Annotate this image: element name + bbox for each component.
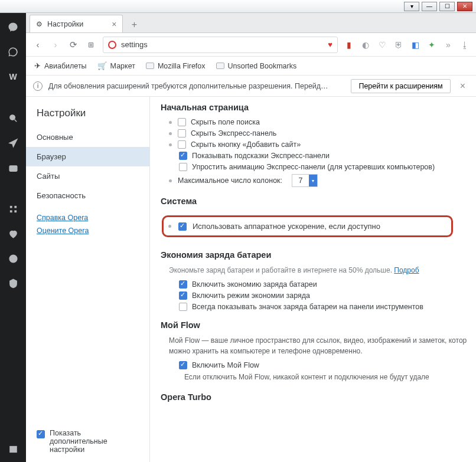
- bookmark-unsorted[interactable]: Unsorted Bookmarks: [216, 62, 297, 70]
- flow-desc: Мой Flow — ваше личное пространство для …: [169, 336, 476, 356]
- gear-icon: ⚙: [36, 20, 43, 28]
- nav-basic[interactable]: Основные: [26, 127, 149, 147]
- section-system-title: Система: [161, 196, 476, 206]
- whatsapp-icon[interactable]: [7, 46, 19, 58]
- notification-bar: i Для обновления расширений требуются до…: [26, 76, 476, 97]
- svg-rect-9: [9, 446, 16, 452]
- opt-hide-addsite[interactable]: Скрыть кнопку «Добавить сайт»: [169, 140, 476, 149]
- app-sidebar: W: [0, 13, 26, 462]
- svg-point-0: [9, 114, 14, 120]
- maximize-button[interactable]: ☐: [439, 2, 455, 11]
- notification-close-icon[interactable]: ×: [457, 81, 469, 91]
- plane-icon: ✈: [34, 61, 41, 70]
- extensions-icon[interactable]: [7, 277, 19, 289]
- camera-icon[interactable]: [7, 162, 19, 173]
- opt-show-hints[interactable]: Показывать подсказки Экспресс-панели: [169, 152, 476, 160]
- notification-action-button[interactable]: Перейти к расширениям: [351, 79, 450, 93]
- tab-settings[interactable]: ⚙ Настройки ×: [30, 15, 123, 32]
- extension-icon-5[interactable]: ◧: [410, 40, 420, 50]
- speeddial-icon[interactable]: [7, 203, 19, 215]
- section-startpage-title: Начальная страница: [161, 103, 476, 112]
- battery-desc: Экономьте заряд батареи и работайте в ин…: [169, 266, 476, 276]
- address-input[interactable]: settings ♥: [103, 37, 338, 53]
- folder-icon: [146, 63, 154, 69]
- bookmark-aviabilets[interactable]: ✈Авиабилеты: [34, 61, 87, 70]
- hwaccel-label: Использовать аппаратное ускорение, если …: [193, 222, 380, 231]
- bookmark-mozilla[interactable]: Mozilla Firefox: [146, 62, 206, 70]
- bookmark-heart-icon[interactable]: ♥: [328, 40, 332, 49]
- hwaccel-checkbox[interactable]: [178, 222, 187, 231]
- svg-rect-4: [9, 205, 12, 208]
- svg-rect-6: [9, 210, 12, 212]
- opt-hide-search[interactable]: Скрыть поле поиска: [169, 118, 476, 126]
- show-advanced-checkbox[interactable]: [37, 430, 45, 438]
- tab-strip: ⚙ Настройки × +: [26, 13, 476, 33]
- address-text: settings: [121, 40, 148, 49]
- battery-more-link[interactable]: Подроб: [394, 266, 419, 274]
- minimize-button[interactable]: —: [422, 2, 437, 11]
- cart-icon: 🛒: [97, 61, 107, 70]
- heart-icon[interactable]: [7, 228, 19, 240]
- bookmarks-bar: ✈Авиабилеты 🛒Маркет Mozilla Firefox Unso…: [26, 57, 476, 76]
- window-titlebar: ▾ — ☐ ✕: [0, 0, 476, 13]
- max-columns-select[interactable]: 7▾: [292, 174, 318, 187]
- downloads-icon[interactable]: ⭳: [459, 40, 470, 50]
- section-battery-title: Экономия заряда батареи: [161, 250, 476, 260]
- clock-icon[interactable]: [7, 253, 19, 264]
- opt-flow-enable[interactable]: Включить Мой Flow: [169, 361, 476, 369]
- settings-sidebar: Настройки Основные Браузер Сайты Безопас…: [26, 97, 150, 462]
- svg-line-1: [14, 119, 17, 122]
- opt-battery-mode[interactable]: Включить режим экономии заряда: [169, 291, 476, 300]
- nav-browser[interactable]: Браузер: [26, 147, 149, 166]
- extension-icon-3[interactable]: ♡: [377, 40, 387, 50]
- extension-overflow[interactable]: »: [443, 40, 454, 50]
- sidebar-toggle-icon[interactable]: [7, 443, 19, 455]
- tab-title: Настройки: [47, 20, 83, 28]
- speeddial-button[interactable]: ⊞: [85, 41, 97, 49]
- section-flow-title: Мой Flow: [161, 320, 476, 330]
- show-advanced-label: Показать дополнительные настройки: [50, 429, 138, 454]
- rate-link[interactable]: Оцените Opera: [37, 227, 139, 235]
- new-tab-button[interactable]: +: [126, 17, 142, 32]
- send-icon[interactable]: [7, 137, 19, 149]
- opt-simplify-anim[interactable]: Упростить анимацию Экспресс-панели (для …: [169, 163, 476, 171]
- forward-button[interactable]: ›: [50, 40, 61, 50]
- nav-security[interactable]: Безопасность: [26, 186, 149, 205]
- help-link[interactable]: Справка Opera: [37, 214, 139, 222]
- extension-icon-1[interactable]: ▮: [344, 40, 354, 50]
- extension-icon-2[interactable]: ◐: [360, 40, 371, 50]
- extension-icon-4[interactable]: ⛨: [393, 40, 404, 50]
- show-advanced-checkbox-row[interactable]: Показать дополнительные настройки: [37, 429, 138, 454]
- hwaccel-highlight: Использовать аппаратное ускорение, если …: [162, 215, 453, 237]
- opera-badge-icon: [108, 41, 116, 49]
- svg-point-3: [12, 167, 14, 169]
- extension-icon-6[interactable]: ✦: [426, 40, 437, 50]
- svg-rect-5: [14, 205, 17, 208]
- svg-rect-7: [14, 210, 17, 212]
- folder-icon: [216, 63, 224, 69]
- bookmark-market[interactable]: 🛒Маркет: [97, 61, 135, 70]
- close-button[interactable]: ✕: [457, 2, 472, 11]
- opt-battery-icon[interactable]: Всегда показывать значок заряда батареи …: [169, 303, 476, 311]
- reload-button[interactable]: ⟳: [67, 40, 79, 50]
- opt-max-columns: Максимальное число колонок: 7▾: [169, 174, 476, 187]
- flow-note: Если отключить Мой Flow, никакой контент…: [184, 372, 476, 382]
- section-turbo-title: Opera Turbo: [161, 392, 476, 402]
- opt-hide-speeddial[interactable]: Скрыть Экспресс-панель: [169, 129, 476, 137]
- settings-content: ➸ Начальная страница Скрыть поле поиска …: [150, 97, 476, 462]
- notification-text: Для обновления расширений требуются допо…: [48, 82, 345, 90]
- chevron-down-icon: ▾: [309, 175, 317, 186]
- settings-title: Настройки: [26, 107, 149, 127]
- back-button[interactable]: ‹: [32, 40, 44, 50]
- nav-sites[interactable]: Сайты: [26, 166, 149, 186]
- vk-icon[interactable]: W: [7, 71, 19, 83]
- address-bar-row: ‹ › ⟳ ⊞ settings ♥ ▮ ◐ ♡ ⛨ ◧ ✦ » ⭳: [26, 33, 476, 57]
- opt-battery-enable[interactable]: Включить экономию заряда батареи: [169, 280, 476, 289]
- search-icon[interactable]: [7, 112, 19, 124]
- info-icon: i: [33, 81, 43, 91]
- messenger-icon[interactable]: [7, 21, 19, 33]
- window-dropdown-button[interactable]: ▾: [404, 2, 419, 11]
- tab-close-icon[interactable]: ×: [112, 19, 116, 29]
